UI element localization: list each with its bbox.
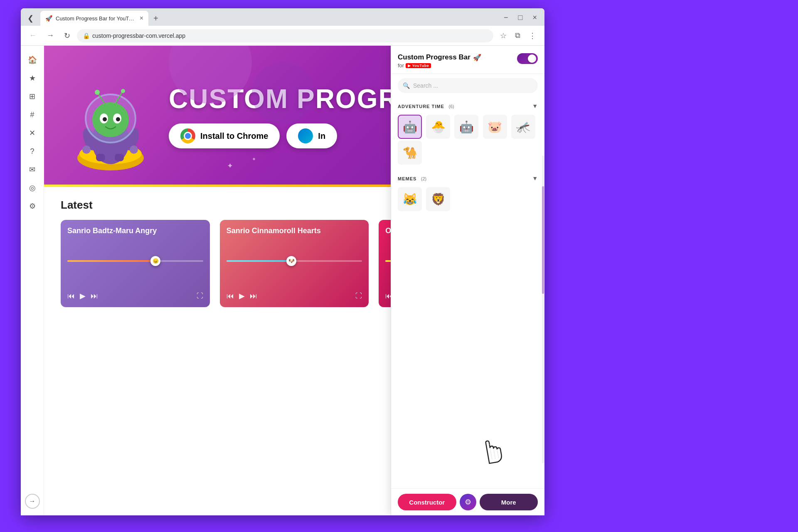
constructor-button[interactable]: Constructor <box>398 494 456 510</box>
svg-point-10 <box>92 102 129 137</box>
toggle-knob <box>528 54 536 63</box>
playback-controls: ⏮ ▶ ⏭ <box>227 291 257 300</box>
emoji-cell[interactable]: 🤖 <box>454 115 478 139</box>
menu-button[interactable]: ⋮ <box>525 30 539 42</box>
security-icon: 🔒 <box>83 32 90 39</box>
prev-button[interactable]: ⏮ <box>227 292 234 300</box>
progress-fill <box>67 260 155 262</box>
category-count: (2) <box>421 176 426 181</box>
edge-logo-icon <box>298 128 313 143</box>
minimize-button[interactable]: − <box>500 11 512 24</box>
rocket-icon: 🚀 <box>473 54 481 62</box>
forward-button[interactable]: → <box>43 30 57 42</box>
popup-scrollable: ADVENTURE TIME (6) ▼ 🤖 🐣 🤖 🐷 🦟 🐪 <box>391 97 544 488</box>
popup-header: Custom Progress Bar 🚀 for ▶ YouTube <box>391 46 544 74</box>
search-bar[interactable]: 🔍 Search ... <box>398 78 538 93</box>
play-button[interactable]: ▶ <box>80 291 86 300</box>
bookmark-button[interactable]: ☆ <box>497 30 510 42</box>
svg-point-18 <box>121 89 125 93</box>
emoji-cell[interactable]: 🦟 <box>511 115 535 139</box>
svg-point-16 <box>95 90 100 95</box>
sidebar-item-help[interactable]: ? <box>25 144 40 159</box>
sidebar-item-hashtag[interactable]: # <box>25 107 40 122</box>
install-edge-button[interactable]: In <box>286 123 337 148</box>
maximize-button[interactable]: □ <box>514 11 527 24</box>
new-tab-button[interactable]: + <box>150 11 162 26</box>
sidebar-item-tools[interactable]: ✕ <box>25 126 40 140</box>
video-card: Sanrio Badtz-Maru Angry 😠 ⏮ ▶ ⏭ <box>61 220 210 307</box>
progress-thumb[interactable]: 😠 <box>150 256 160 266</box>
tab-close-button[interactable]: × <box>140 15 143 22</box>
scrollbar-track <box>542 155 544 463</box>
more-button[interactable]: More <box>480 494 538 510</box>
install-edge-label: In <box>318 131 325 141</box>
category-label: ADVENTURE TIME <box>398 104 444 109</box>
category-count: (6) <box>448 104 454 109</box>
extension-toggle[interactable] <box>517 53 538 64</box>
install-chrome-label: Install to Chrome <box>200 131 268 141</box>
chrome-logo-icon <box>180 128 195 143</box>
progress-thumb[interactable]: 🐶 <box>286 256 296 266</box>
active-tab[interactable]: 🚀 Custom Progress Bar for YouTu... × <box>40 11 148 26</box>
scrollbar-thumb[interactable] <box>542 186 544 294</box>
tab-bar: ❮ 🚀 Custom Progress Bar for YouTu... × +… <box>21 8 544 26</box>
progress-bar-bg: 😠 <box>67 260 203 262</box>
prev-button[interactable]: ⏮ <box>67 292 75 300</box>
close-button[interactable]: × <box>528 11 541 24</box>
sidebar-item-favorites[interactable]: ★ <box>25 71 40 86</box>
fullscreen-button[interactable]: ⛶ <box>355 292 362 300</box>
tab-title: Custom Progress Bar for YouTu... <box>56 15 135 22</box>
url-text: custom-progressbar-com.vercel.app <box>92 32 185 39</box>
category-memes[interactable]: MEMES (2) ▼ <box>391 170 544 185</box>
address-actions: ☆ ⧉ ⋮ <box>497 30 539 42</box>
svg-point-7 <box>82 145 91 154</box>
fullscreen-button[interactable]: ⛶ <box>197 292 203 300</box>
popup-logo: Custom Progress Bar 🚀 for ▶ YouTube <box>398 53 481 69</box>
sidebar-item-settings[interactable]: ⚙ <box>25 199 40 214</box>
popup-title: Custom Progress Bar <box>398 53 470 62</box>
hero-buttons: Install to Chrome In <box>169 123 399 148</box>
sidebar-expand-button[interactable]: → <box>25 494 40 509</box>
emoji-cell[interactable]: 🐪 <box>398 140 422 165</box>
next-button[interactable]: ⏭ <box>91 292 98 300</box>
back-button[interactable]: ← <box>26 30 40 42</box>
reload-button[interactable]: ↻ <box>61 30 74 42</box>
memes-grid: 😹 🦁 <box>391 185 544 213</box>
emoji-cell[interactable]: 🦁 <box>426 187 450 211</box>
chevron-down-icon: ▼ <box>532 103 538 109</box>
sidebar-item-apps[interactable]: ⊞ <box>25 89 40 104</box>
browser-window: ❮ 🚀 Custom Progress Bar for YouTu... × +… <box>21 8 544 515</box>
playback-controls: ⏮ ▶ ⏭ <box>67 291 98 300</box>
sidebar-item-mail[interactable]: ✉ <box>25 162 40 177</box>
address-bar: ← → ↻ 🔒 custom-progressbar-com.vercel.ap… <box>21 26 544 46</box>
svg-point-14 <box>116 117 120 121</box>
url-bar[interactable]: 🔒 custom-progressbar-com.vercel.app <box>77 29 493 42</box>
star-decoration-2: ✦ <box>252 156 256 162</box>
chevron-down-icon: ▼ <box>532 175 538 182</box>
progress-area: 😠 <box>67 260 203 267</box>
emoji-cell[interactable]: 🐷 <box>483 115 507 139</box>
category-adventure-time[interactable]: ADVENTURE TIME (6) ▼ <box>391 97 544 113</box>
search-icon: 🔍 <box>403 82 410 89</box>
tab-group-button[interactable]: ❮ <box>24 11 37 26</box>
sidebar-item-circle[interactable]: ◎ <box>25 180 40 195</box>
video-controls: ⏮ ▶ ⏭ ⛶ <box>67 291 203 300</box>
extensions-button[interactable]: ⧉ <box>512 30 524 42</box>
svg-rect-3 <box>96 154 105 161</box>
section-title: Latest <box>61 199 93 212</box>
emoji-cell[interactable]: 🤖 <box>398 115 422 139</box>
install-chrome-button[interactable]: Install to Chrome <box>169 123 280 148</box>
progress-bar-bg: 🐶 <box>227 260 362 262</box>
hero-alien-illustration <box>61 58 160 175</box>
emoji-cell[interactable]: 😹 <box>398 187 422 211</box>
settings-icon-button[interactable]: ⚙ <box>460 494 476 510</box>
video-card: Sanrio Cinnamoroll Hearts 🐶 ⏮ ▶ ⏭ <box>220 220 369 307</box>
youtube-badge: ▶ YouTube <box>406 63 431 68</box>
left-sidebar: 🏠 ★ ⊞ # ✕ ? ✉ ◎ ⚙ → <box>21 46 44 515</box>
emoji-cell[interactable]: 🐣 <box>426 115 450 139</box>
page-content: 🏠 ★ ⊞ # ✕ ? ✉ ◎ ⚙ → <box>21 46 544 515</box>
play-button[interactable]: ▶ <box>239 291 245 300</box>
sidebar-item-home[interactable]: 🏠 <box>25 52 40 67</box>
svg-rect-4 <box>115 154 124 161</box>
next-button[interactable]: ⏭ <box>250 292 257 300</box>
